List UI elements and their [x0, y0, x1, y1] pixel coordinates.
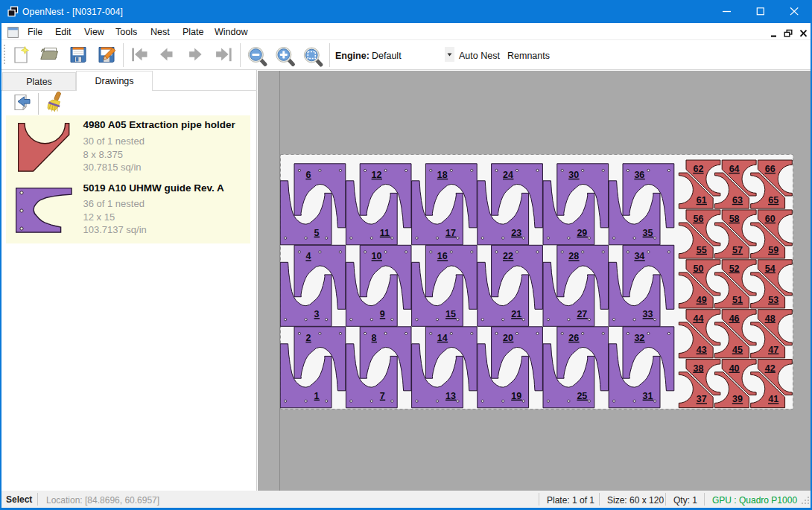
svg-text:32: 32 — [634, 332, 644, 342]
svg-text:3: 3 — [314, 309, 319, 319]
svg-text:34: 34 — [634, 251, 644, 261]
svg-text:65: 65 — [768, 194, 778, 205]
svg-text:19: 19 — [511, 390, 521, 401]
svg-text:47: 47 — [768, 344, 778, 354]
svg-text:49: 49 — [696, 294, 706, 305]
svg-text:24: 24 — [503, 169, 513, 179]
svg-text:63: 63 — [732, 194, 743, 205]
svg-text:21: 21 — [511, 309, 521, 319]
svg-text:58: 58 — [729, 213, 739, 223]
svg-text:57: 57 — [732, 244, 743, 255]
svg-text:23: 23 — [511, 227, 521, 238]
svg-text:10: 10 — [371, 251, 381, 261]
svg-text:52: 52 — [729, 263, 739, 273]
svg-text:60: 60 — [764, 213, 775, 223]
svg-text:22: 22 — [503, 251, 513, 261]
svg-text:51: 51 — [732, 294, 743, 305]
svg-text:33: 33 — [642, 309, 653, 319]
svg-text:37: 37 — [696, 394, 706, 404]
svg-text:66: 66 — [764, 163, 775, 173]
svg-text:7: 7 — [379, 390, 384, 401]
svg-text:44: 44 — [693, 313, 703, 323]
svg-text:56: 56 — [693, 213, 703, 223]
svg-text:1: 1 — [314, 390, 319, 401]
svg-text:54: 54 — [764, 263, 775, 273]
svg-text:46: 46 — [729, 313, 739, 323]
svg-text:30: 30 — [568, 169, 579, 179]
svg-text:20: 20 — [503, 332, 513, 342]
svg-text:12: 12 — [371, 169, 381, 179]
svg-text:43: 43 — [696, 344, 706, 354]
svg-text:55: 55 — [696, 244, 706, 255]
svg-text:45: 45 — [732, 344, 743, 354]
svg-text:48: 48 — [764, 313, 775, 323]
svg-text:18: 18 — [437, 169, 447, 179]
svg-text:8: 8 — [371, 332, 376, 342]
svg-text:25: 25 — [577, 390, 587, 401]
svg-text:16: 16 — [437, 251, 447, 261]
svg-text:13: 13 — [445, 390, 456, 401]
svg-text:6: 6 — [305, 169, 311, 179]
svg-text:50: 50 — [693, 263, 703, 273]
svg-text:42: 42 — [764, 363, 775, 373]
svg-text:29: 29 — [577, 227, 587, 238]
svg-text:26: 26 — [568, 332, 579, 342]
svg-text:62: 62 — [693, 163, 703, 173]
svg-text:14: 14 — [437, 332, 447, 342]
svg-text:4: 4 — [305, 251, 311, 261]
svg-text:31: 31 — [642, 390, 653, 401]
svg-text:15: 15 — [445, 309, 456, 319]
svg-text:64: 64 — [729, 163, 739, 173]
svg-text:40: 40 — [729, 363, 739, 373]
svg-text:11: 11 — [379, 227, 389, 238]
svg-text:2: 2 — [305, 332, 311, 342]
svg-text:53: 53 — [768, 294, 778, 305]
svg-text:9: 9 — [379, 309, 384, 319]
svg-text:27: 27 — [577, 309, 587, 319]
svg-text:5: 5 — [314, 227, 319, 238]
svg-text:59: 59 — [768, 244, 778, 255]
svg-text:61: 61 — [696, 194, 706, 205]
svg-text:41: 41 — [768, 394, 778, 404]
svg-text:39: 39 — [732, 394, 743, 404]
svg-text:17: 17 — [445, 227, 456, 238]
svg-text:38: 38 — [693, 363, 703, 373]
svg-text:36: 36 — [634, 169, 644, 179]
svg-text:35: 35 — [642, 227, 653, 238]
svg-text:28: 28 — [568, 251, 579, 261]
